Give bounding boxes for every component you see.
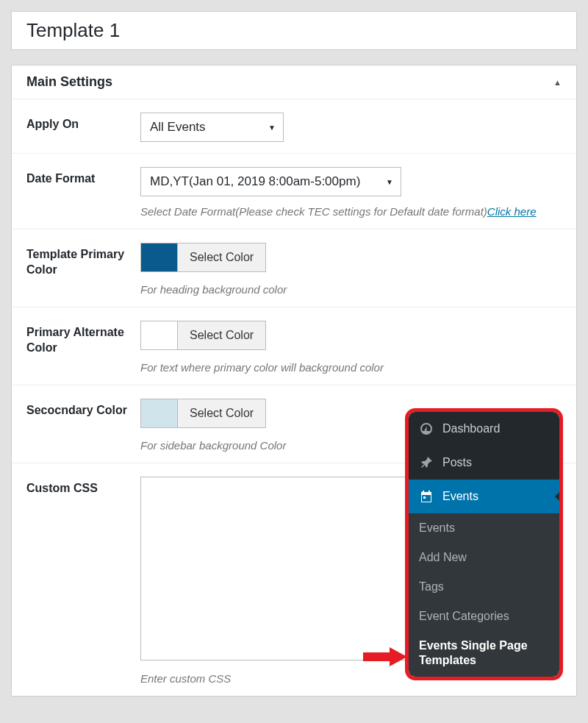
dashboard-icon bbox=[419, 421, 434, 436]
wp-admin-menu-overlay: Dashboard Posts Events Events Add New Ta… bbox=[405, 408, 563, 680]
alternate-color-button[interactable]: Select Color bbox=[178, 321, 265, 349]
apply-on-select[interactable]: All Events ▼ bbox=[140, 113, 284, 142]
collapse-caret-icon[interactable]: ▲ bbox=[553, 78, 562, 87]
page-title-bar: Template 1 bbox=[11, 11, 577, 50]
admin-sub-single-page-templates[interactable]: Events Single Page Templates bbox=[409, 631, 559, 677]
label-secondary-color: Secocndary Color bbox=[26, 399, 140, 419]
secondary-color-button[interactable]: Select Color bbox=[178, 399, 265, 427]
field-alternate-color: Primary Alternate Color Select Color For… bbox=[12, 307, 576, 385]
main-settings-panel: Main Settings ▲ Apply On All Events ▼ Da… bbox=[11, 65, 577, 697]
date-format-select[interactable]: MD,YT(Jan 01, 2019 8:00am-5:00pm) ▼ bbox=[140, 167, 401, 196]
secondary-color-picker[interactable]: Select Color bbox=[140, 399, 266, 428]
apply-on-value: All Events bbox=[150, 120, 206, 135]
calendar-icon bbox=[419, 489, 434, 504]
admin-menu-events[interactable]: Events bbox=[409, 480, 559, 513]
admin-submenu-events: Events Add New Tags Event Categories Eve… bbox=[409, 513, 559, 677]
primary-color-swatch bbox=[141, 243, 178, 271]
date-format-value: MD,YT(Jan 01, 2019 8:00am-5:00pm) bbox=[150, 174, 360, 189]
chevron-down-icon: ▼ bbox=[268, 124, 276, 132]
label-date-format: Date Format bbox=[26, 167, 140, 187]
label-apply-on: Apply On bbox=[26, 113, 140, 132]
field-apply-on: Apply On All Events ▼ bbox=[12, 99, 576, 154]
admin-menu-dashboard[interactable]: Dashboard bbox=[409, 412, 559, 446]
admin-menu-events-label: Events bbox=[442, 490, 478, 503]
alternate-color-picker[interactable]: Select Color bbox=[140, 321, 266, 350]
admin-menu-dashboard-label: Dashboard bbox=[442, 422, 500, 435]
admin-sub-tags[interactable]: Tags bbox=[409, 572, 559, 602]
admin-sub-event-categories[interactable]: Event Categories bbox=[409, 602, 559, 631]
chevron-down-icon: ▼ bbox=[386, 178, 393, 186]
field-date-format: Date Format MD,YT(Jan 01, 2019 8:00am-5:… bbox=[12, 154, 576, 229]
primary-color-button[interactable]: Select Color bbox=[178, 243, 265, 271]
admin-menu-posts[interactable]: Posts bbox=[409, 446, 559, 480]
date-format-hint-link[interactable]: Click here bbox=[487, 205, 537, 218]
date-format-hint: Select Date Format(Please check TEC sett… bbox=[140, 205, 562, 218]
alternate-color-swatch bbox=[141, 321, 178, 349]
primary-color-hint: For heading background color bbox=[140, 283, 562, 296]
label-custom-css: Custom CSS bbox=[26, 477, 140, 496]
alternate-color-hint: For text where primary color will backgr… bbox=[140, 361, 562, 374]
label-alternate-color: Primary Alternate Color bbox=[26, 321, 140, 356]
page-title: Template 1 bbox=[26, 19, 562, 42]
panel-title: Main Settings bbox=[26, 74, 112, 90]
panel-heading[interactable]: Main Settings ▲ bbox=[12, 65, 576, 99]
admin-menu-posts-label: Posts bbox=[442, 456, 472, 469]
admin-sub-events[interactable]: Events bbox=[409, 513, 559, 543]
primary-color-picker[interactable]: Select Color bbox=[140, 243, 266, 272]
pin-icon bbox=[419, 455, 434, 470]
label-primary-color: Template Primary Color bbox=[26, 243, 140, 278]
secondary-color-swatch bbox=[141, 399, 178, 427]
admin-sub-addnew[interactable]: Add New bbox=[409, 543, 559, 572]
field-primary-color: Template Primary Color Select Color For … bbox=[12, 229, 576, 307]
